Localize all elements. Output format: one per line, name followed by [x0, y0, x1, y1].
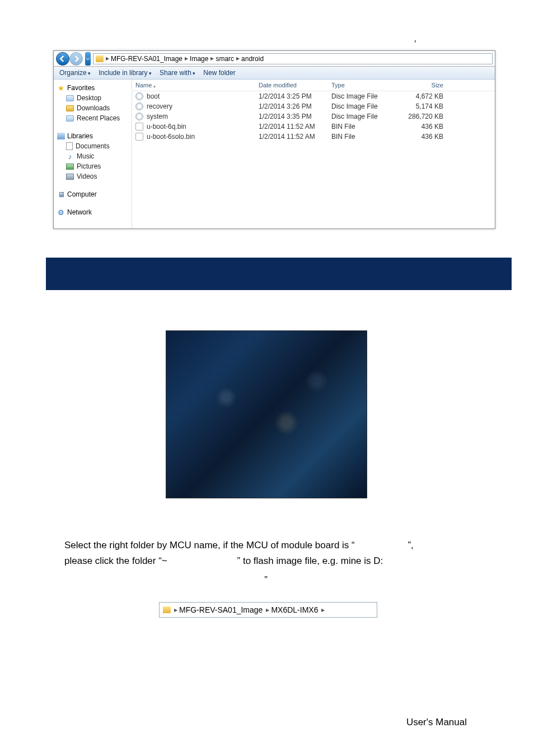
share-with-button[interactable]: Share with: [160, 69, 195, 77]
file-row[interactable]: u-boot-6solo.bin 1/2/2014 11:52 AM BIN F…: [132, 132, 495, 142]
folder-icon: [163, 606, 171, 613]
col-type[interactable]: Type: [331, 82, 393, 88]
breadcrumb-segment[interactable]: ▶MFG-REV-SA01_Image: [174, 605, 263, 614]
nav-videos[interactable]: Videos: [56, 171, 129, 181]
breadcrumb-box[interactable]: ▶MFG-REV-SA01_Image ▶Image ▶smarc ▶andro…: [93, 53, 493, 64]
explorer-body: ★ Favorites Desktop Downloads Recent Pla…: [54, 80, 495, 228]
file-icon: [135, 123, 143, 130]
breadcrumb-segment[interactable]: ▶MX6DL-IMX6: [266, 605, 318, 614]
col-date[interactable]: Date modified: [259, 82, 331, 88]
breadcrumb-segment[interactable]: ▶smarc: [210, 55, 234, 63]
disc-icon: [135, 92, 143, 100]
footer-text: User's Manual: [406, 717, 467, 728]
disc-icon: [135, 102, 143, 110]
file-row[interactable]: boot 1/2/2014 3:25 PM Disc Image File 4,…: [132, 91, 495, 101]
forward-button[interactable]: [69, 52, 83, 66]
address-bar: ▶MFG-REV-SA01_Image ▶Image ▶smarc ▶andro…: [54, 51, 495, 67]
organize-button[interactable]: Organize: [59, 69, 91, 77]
folder-icon: [96, 55, 104, 62]
downloads-icon: [66, 105, 74, 111]
computer-group[interactable]: 🖥 Computer: [56, 189, 129, 199]
nav-desktop[interactable]: Desktop: [56, 93, 129, 103]
blue-divider: [46, 258, 512, 290]
favorites-group[interactable]: ★ Favorites: [56, 83, 129, 93]
network-icon: ⚙: [57, 208, 65, 216]
arrow-right-icon: [73, 55, 79, 62]
nav-downloads[interactable]: Downloads: [56, 103, 129, 113]
nav-buttons: [56, 52, 83, 66]
music-icon: ♪: [66, 152, 74, 160]
breadcrumb-segment[interactable]: ▶android: [236, 55, 264, 63]
recent-icon: [66, 115, 74, 122]
col-name[interactable]: Name: [135, 82, 259, 88]
desktop-icon: [66, 95, 74, 101]
chevron-down-icon: [86, 57, 90, 60]
star-icon: ★: [57, 84, 65, 92]
breadcrumb-segment[interactable]: ▶MFG-REV-SA01_Image: [106, 55, 182, 63]
documents-icon: [66, 142, 73, 150]
arrow-left-icon: [59, 55, 66, 62]
nav-recent-places[interactable]: Recent Places: [56, 113, 129, 123]
breadcrumb-segment[interactable]: ▶Image: [185, 55, 208, 63]
back-button[interactable]: [56, 52, 69, 66]
nav-music[interactable]: ♪Music: [56, 151, 129, 161]
history-dropdown-button[interactable]: [85, 52, 91, 66]
new-folder-button[interactable]: New folder: [203, 69, 235, 77]
toolbar: Organize Include in library Share with N…: [54, 67, 495, 80]
disc-icon: [135, 113, 143, 120]
libraries-icon: [57, 133, 65, 139]
file-row[interactable]: system 1/2/2014 3:35 PM Disc Image File …: [132, 111, 495, 122]
navigation-pane: ★ Favorites Desktop Downloads Recent Pla…: [54, 80, 132, 228]
pictures-icon: [66, 164, 74, 170]
file-icon: [135, 133, 143, 141]
stray-comma-top: ,: [414, 34, 416, 44]
file-row[interactable]: u-boot-6q.bin 1/2/2014 11:52 AM BIN File…: [132, 122, 495, 132]
nav-pictures[interactable]: Pictures: [56, 161, 129, 171]
breadcrumb-example: ▶MFG-REV-SA01_Image ▶MX6DL-IMX6 ▶: [159, 602, 377, 618]
network-group[interactable]: ⚙ Network: [56, 207, 129, 217]
libraries-group[interactable]: Libraries: [56, 131, 129, 141]
nav-documents[interactable]: Documents: [56, 141, 129, 151]
videos-icon: [66, 174, 74, 180]
explorer-window: ▶MFG-REV-SA01_Image ▶Image ▶smarc ▶andro…: [53, 50, 495, 229]
circuit-board-photo: [166, 330, 367, 498]
column-headers[interactable]: Name Date modified Type Size: [132, 80, 495, 91]
instruction-text: Select the right folder by MCU name, if …: [64, 538, 467, 588]
file-list: Name Date modified Type Size boot 1/2/20…: [132, 80, 495, 228]
include-library-button[interactable]: Include in library: [99, 69, 152, 77]
file-row[interactable]: recovery 1/2/2014 3:26 PM Disc Image Fil…: [132, 101, 495, 111]
computer-icon: 🖥: [57, 190, 65, 198]
col-size[interactable]: Size: [393, 82, 443, 88]
